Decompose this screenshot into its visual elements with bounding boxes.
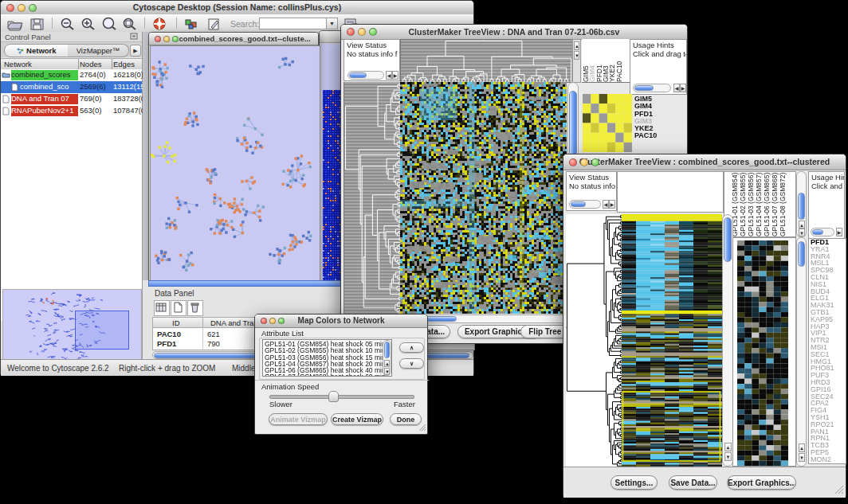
treeview1-titlebar[interactable]: ClusterMaker TreeView : DNA and Tran 07-… bbox=[341, 25, 687, 40]
scroll-up-icon[interactable]: ▲ bbox=[574, 41, 579, 50]
birdseye-view[interactable] bbox=[2, 289, 142, 365]
move-up-button[interactable]: ∧ bbox=[399, 342, 424, 353]
scroll-up-icon[interactable]: ▲ bbox=[724, 443, 732, 451]
network-row-combined-scores[interactable]: combined_scores 2764(0) 16218(0) bbox=[1, 69, 142, 81]
scroll-up-icon[interactable]: ▲ bbox=[799, 221, 805, 229]
column-dendrogram-panel[interactable] bbox=[617, 171, 724, 213]
data-column-id[interactable]: ID bbox=[172, 318, 180, 327]
treeview2-titlebar[interactable]: ClusterMaker TreeView : combined_scores_… bbox=[563, 154, 846, 170]
view-status-scrollbar[interactable] bbox=[347, 71, 384, 80]
table-mode-icon[interactable] bbox=[154, 300, 170, 316]
animate-vizmap-button[interactable]: Animate Vizmap bbox=[269, 413, 328, 425]
heatmap-vscrollbar[interactable]: ▲ ▼ bbox=[722, 214, 733, 467]
close-icon[interactable] bbox=[155, 36, 161, 42]
scroll-down-icon[interactable]: ▼ bbox=[384, 368, 390, 375]
scroll-down-icon[interactable]: ▼ bbox=[799, 453, 805, 462]
scroll-up-icon[interactable]: ▲ bbox=[384, 360, 390, 367]
zoom-icon[interactable] bbox=[172, 36, 179, 42]
search-dropdown-icon[interactable]: ▼ bbox=[326, 18, 338, 29]
zoom-matrix[interactable] bbox=[583, 94, 632, 152]
zoom-selected-icon[interactable] bbox=[100, 17, 119, 31]
float-panel-icon[interactable] bbox=[130, 33, 138, 41]
attribute-item[interactable]: GPL51-07 (GSM868) heat shock 60 min bbox=[263, 373, 391, 377]
zoom-icon[interactable] bbox=[591, 158, 599, 166]
network-row-combined-sco-selected[interactable]: combined_sco 2569(6) 13112(15) bbox=[1, 81, 142, 93]
gene-list-scrollbar[interactable]: ▲ ▼ bbox=[796, 237, 807, 467]
settings-button[interactable]: Settings... bbox=[610, 475, 658, 490]
tab-network[interactable]: Network bbox=[4, 44, 69, 57]
column-header-nodes[interactable]: Nodes bbox=[80, 60, 101, 68]
export-graphics-button[interactable]: Export Graphics... bbox=[727, 475, 796, 490]
minimize-icon[interactable] bbox=[358, 28, 366, 36]
tab-vizmapper[interactable]: VizMapper™ bbox=[68, 44, 129, 57]
delete-attribute-icon[interactable] bbox=[187, 300, 203, 316]
array-labels-scrollbar[interactable]: ▲ ▼ bbox=[796, 171, 807, 237]
close-icon[interactable] bbox=[261, 318, 267, 324]
zoom-out-icon[interactable] bbox=[58, 17, 77, 31]
minimize-icon[interactable] bbox=[163, 36, 170, 42]
scroll-right-icon[interactable]: ▶ bbox=[392, 71, 398, 80]
open-file-icon[interactable] bbox=[6, 17, 25, 31]
scroll-right-icon[interactable]: ▶ bbox=[680, 84, 686, 92]
scroll-down-icon[interactable]: ▼ bbox=[574, 51, 579, 60]
resize-grip[interactable] bbox=[419, 424, 426, 432]
tab-overflow-button[interactable]: ▶ bbox=[130, 45, 141, 57]
zoom-heatmap[interactable] bbox=[737, 240, 788, 466]
minimize-icon[interactable] bbox=[18, 4, 26, 12]
scroll-right-icon[interactable]: ▶ bbox=[609, 200, 615, 209]
gene-dendrogram[interactable] bbox=[344, 82, 401, 314]
close-icon[interactable] bbox=[569, 158, 577, 166]
global-heatmap[interactable] bbox=[400, 82, 567, 314]
zoom-fit-icon[interactable] bbox=[120, 17, 139, 31]
create-vizmap-button[interactable]: Create Vizmap bbox=[331, 413, 383, 425]
scroll-down-icon[interactable]: ▼ bbox=[799, 229, 805, 236]
gene-dendrogram[interactable] bbox=[566, 214, 622, 467]
usage-hints-scrollbar[interactable] bbox=[633, 84, 671, 92]
data-row-id[interactable]: PFD1 bbox=[157, 339, 176, 348]
network-view-titlebar[interactable]: combined_scores_good.txt--cluste... bbox=[149, 33, 318, 45]
scroll-left-icon[interactable]: ◀ bbox=[673, 84, 680, 92]
annotation-icon[interactable] bbox=[205, 17, 224, 31]
resize-grip[interactable] bbox=[835, 486, 843, 495]
save-data-button[interactable]: Save Data... bbox=[669, 475, 717, 490]
minimize-icon[interactable] bbox=[580, 158, 588, 166]
map-dialog-titlebar[interactable]: Map Colors to Network bbox=[255, 315, 427, 328]
scroll-left-icon[interactable]: ◀ bbox=[603, 200, 609, 209]
column-header-edges[interactable]: Edges bbox=[113, 60, 135, 68]
data-row-value[interactable]: 790 bbox=[207, 339, 220, 348]
done-button[interactable]: Done bbox=[390, 413, 422, 425]
attribute-listbox[interactable]: GPL51-01 (GSM854) heat shock 05 minGPL51… bbox=[262, 339, 392, 377]
usage-hints-scrollbar[interactable] bbox=[811, 228, 834, 236]
network-row-dna-tran[interactable]: DNA and Tran 07 769(0) 183728(0) bbox=[1, 93, 142, 105]
main-titlebar[interactable]: Cytoscape Desktop (Session Name: collins… bbox=[1, 1, 473, 15]
minimize-icon[interactable] bbox=[269, 318, 276, 324]
column-dendrogram[interactable] bbox=[400, 39, 573, 83]
vizmapper-icon[interactable] bbox=[183, 17, 202, 31]
global-heatmap[interactable] bbox=[622, 214, 722, 467]
close-icon[interactable] bbox=[6, 4, 14, 12]
view-status-scrollbar[interactable] bbox=[569, 200, 601, 209]
new-attribute-icon[interactable] bbox=[171, 300, 186, 316]
move-down-button[interactable]: ∨ bbox=[399, 358, 424, 369]
zoom-icon[interactable] bbox=[369, 28, 377, 36]
help-lifering-icon[interactable] bbox=[151, 17, 170, 31]
scroll-right-icon[interactable]: ▶ bbox=[836, 228, 842, 236]
speed-slider-track[interactable] bbox=[269, 395, 414, 399]
column-header-network[interactable]: Network bbox=[4, 60, 32, 68]
attribute-list-scrollbar[interactable]: ▲ ▼ bbox=[383, 340, 391, 376]
birdseye-selection-rect[interactable] bbox=[75, 311, 129, 350]
close-icon[interactable] bbox=[347, 28, 355, 36]
scroll-down-icon[interactable]: ▼ bbox=[724, 452, 732, 461]
zoom-icon[interactable] bbox=[29, 4, 37, 12]
zoom-icon[interactable] bbox=[278, 318, 285, 324]
data-row-value[interactable]: 621 bbox=[207, 330, 220, 338]
zoom-in-icon[interactable] bbox=[79, 17, 98, 31]
data-row-id[interactable]: PAC10 bbox=[157, 330, 181, 338]
scroll-left-icon[interactable]: ◀ bbox=[386, 71, 392, 80]
search-input[interactable] bbox=[259, 18, 328, 29]
speed-slider-thumb[interactable] bbox=[328, 391, 339, 402]
network-row-rnapubernov2[interactable]: RNAPuberNov2+1 563(0) 107847(0) bbox=[1, 105, 142, 117]
save-icon[interactable] bbox=[28, 17, 47, 31]
scroll-up-icon[interactable]: ▲ bbox=[799, 443, 805, 452]
network-graph-canvas[interactable] bbox=[150, 45, 320, 283]
